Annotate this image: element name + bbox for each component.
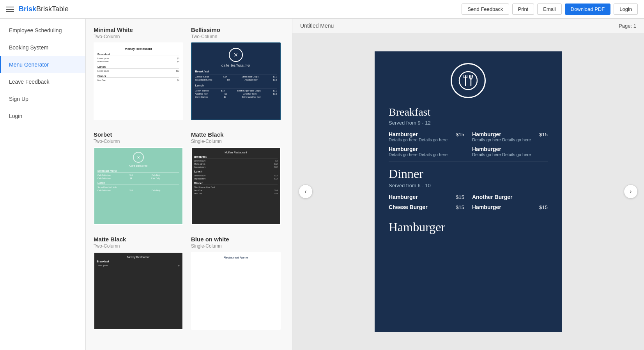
template-thumb-matte-black-two[interactable]: McKay Restaurant Breakfast Lorem Ipsum$3 [94,252,183,330]
template-sub-bellissimo: Two-Column [191,34,281,39]
email-button[interactable]: Email [537,4,562,15]
section-sub-dinner: Served from 6 - 10 [389,183,548,188]
template-card-blue-on-white: Blue on white Single-Column Restaurant N… [191,236,281,330]
sidebar-item-menu-generator[interactable]: Menu Generator [0,56,85,73]
menu-items-row-1: Hamburger $15 Details go here Details go… [389,131,548,142]
menu-item-hamburger-6: Hamburger $15 [472,204,548,210]
item-price: $15 [539,132,548,137]
sidebar-item-sign-up[interactable]: Sign Up [0,90,85,107]
nav-next-button[interactable]: › [624,185,638,199]
nav-prev-button[interactable]: ‹ [299,185,313,199]
item-name: Hamburger [389,194,418,200]
brand-bold: Brisk [19,5,36,13]
menu-logo [389,63,548,98]
item-name: Hamburger [389,131,418,137]
sidebar-item-booking-system[interactable]: Booking System [0,39,85,56]
hamburger-menu-icon[interactable] [6,7,14,12]
template-name-minimal-white: Minimal White [94,26,183,33]
item-detail: Details go here Details go here [472,137,548,142]
preview-menu-title: Untitled Menu [300,23,334,29]
template-thumb-matte-black-single[interactable]: McKay Restaurant Breakfast Lorem Ipsum$3… [191,147,281,225]
item-price: $15 [456,204,464,210]
header-left: BriskBriskTable [6,5,69,13]
template-row-1: Minimal White Two-Column McKay Restauran… [94,26,284,120]
template-card-matte-black-two: Matte Black Two-Column McKay Restaurant … [94,236,183,330]
template-thumb-blue-on-white[interactable]: Restaurant Name [191,252,281,330]
thumb-minimal-preview: McKay Restaurant Breakfast Lorem Ipsum$5… [94,43,182,120]
sidebar-item-login[interactable]: Login [0,107,85,125]
menu-item-hamburger-4: Hamburger Details go here Details go her… [472,146,548,157]
menu-preview-card: Breakfast Served from 9 - 12 Hamburger $… [375,51,562,332]
template-name-blue-on-white: Blue on white [191,236,281,243]
template-name-sorbet: Sorbet [94,131,183,138]
preview-header: Untitled Menu Page: 1 [292,19,644,33]
item-name: Hamburger [472,146,501,152]
item-detail: Details go here Details go here [472,152,548,157]
menu-item-hamburger-3: Hamburger Details go here Details go her… [389,146,464,157]
menu-item-another-burger: Another Burger [472,194,548,200]
template-thumb-sorbet[interactable]: ✕ Cafe Belissimo Breakfast Menu Cafe Del… [94,147,183,225]
thumb-blue-preview: Restaurant Name [192,253,280,329]
download-pdf-button[interactable]: Download PDF [565,4,610,15]
menu-item-hamburger-2: Hamburger $15 Details go here Details go… [472,131,548,142]
template-name-matte-black-two: Matte Black [94,236,183,243]
section-title-dinner: Dinner [389,167,548,181]
preview-panel: Untitled Menu Page: 1 ‹ [292,19,644,350]
cutlery-icon [458,71,478,90]
template-card-sorbet: Sorbet Two-Column ✕ Cafe Belissimo Break… [94,131,183,225]
template-thumb-bellissimo[interactable]: ✕ cafe bellissimo Breakfast Caesar Salad… [191,42,281,120]
template-name-matte-black-single: Matte Black [191,131,281,138]
template-row-2: Sorbet Two-Column ✕ Cafe Belissimo Break… [94,131,284,225]
template-card-bellissimo: Bellissimo Two-Column ✕ cafe bellissimo … [191,26,281,120]
menu-logo-circle [451,63,486,98]
item-detail: Details go here Details go here [389,137,464,142]
svg-point-0 [459,72,477,90]
thumb-bellissimo-preview: ✕ cafe bellissimo Breakfast Caesar Salad… [192,43,280,120]
thumb-matte2-preview: McKay Restaurant Breakfast Lorem Ipsum$3 [94,253,182,329]
template-sub-minimal-white: Two-Column [94,34,183,39]
menu-footer-item: Hamburger [389,220,548,234]
header-right: Send Feedback Print Email Download PDF L… [462,4,638,15]
item-name: Another Burger [472,194,512,200]
section-title-breakfast: Breakfast [389,106,548,118]
item-name: Hamburger [472,131,501,137]
item-name: Cheese Burger [389,204,428,210]
sidebar-item-leave-feedback[interactable]: Leave Feedback [0,73,85,90]
menu-item-hamburger-1: Hamburger $15 Details go here Details go… [389,131,464,142]
template-group-2: Sorbet Two-Column ✕ Cafe Belissimo Break… [94,131,284,225]
brand-logo: BriskBriskTable [19,5,69,13]
menu-items-row-4: Cheese Burger $15 Hamburger $15 [389,204,548,210]
item-name: Hamburger [389,146,418,152]
template-sub-matte-black-two: Two-Column [94,243,183,249]
template-name-bellissimo: Bellissimo [191,26,281,33]
menu-items-row-2: Hamburger Details go here Details go her… [389,146,548,157]
send-feedback-button[interactable]: Send Feedback [462,4,509,15]
template-sub-blue-on-white: Single-Column [191,243,281,249]
template-group-1: Minimal White Two-Column McKay Restauran… [94,26,284,120]
template-group-3: Matte Black Two-Column McKay Restaurant … [94,236,284,330]
thumb-sorbet-preview: ✕ Cafe Belissimo Breakfast Menu Cafe Del… [94,148,182,224]
main-layout: Employee Scheduling Booking System Menu … [0,19,644,350]
sidebar: Employee Scheduling Booking System Menu … [0,19,86,350]
template-sub-sorbet: Two-Column [94,139,183,144]
item-price: $15 [456,194,464,200]
template-row-3: Matte Black Two-Column McKay Restaurant … [94,236,284,330]
templates-panel: Minimal White Two-Column McKay Restauran… [86,19,292,350]
preview-page-info: Page: 1 [619,23,636,29]
item-price: $15 [456,132,464,137]
item-name: Hamburger [472,204,501,210]
template-sub-matte-black-single: Single-Column [191,139,281,144]
thumb-matte-preview: McKay Restaurant Breakfast Lorem Ipsum$3… [192,148,280,224]
item-price: $15 [539,204,548,210]
print-button[interactable]: Print [512,4,534,15]
menu-item-hamburger-5: Hamburger $15 [389,194,464,200]
template-thumb-minimal-white[interactable]: McKay Restaurant Breakfast Lorem Ipsum$5… [94,42,183,120]
header: BriskBriskTable Send Feedback Print Emai… [0,0,644,19]
template-card-matte-black-single: Matte Black Single-Column McKay Restaura… [191,131,281,225]
section-sub-breakfast: Served from 9 - 12 [389,120,548,126]
sidebar-item-employee-scheduling[interactable]: Employee Scheduling [0,22,85,39]
menu-item-cheese-burger: Cheese Burger $15 [389,204,464,210]
login-button[interactable]: Login [614,4,638,15]
template-card-minimal-white: Minimal White Two-Column McKay Restauran… [94,26,183,120]
menu-divider-2 [389,215,548,215]
